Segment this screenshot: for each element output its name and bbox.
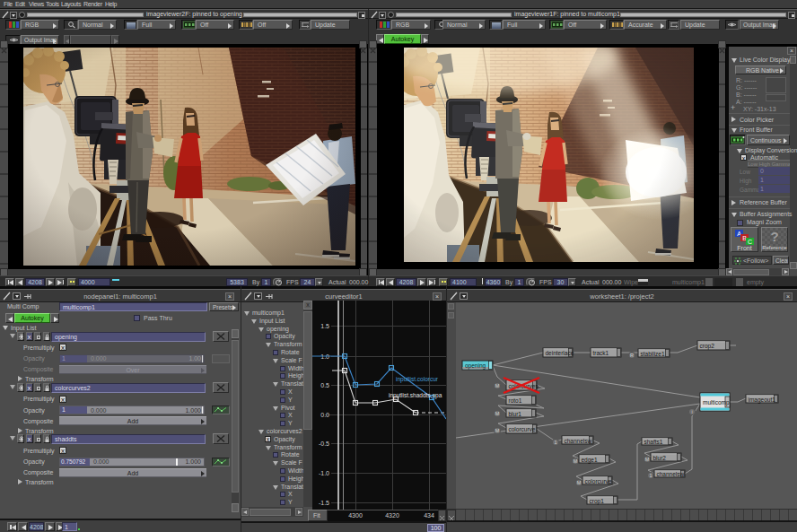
svg-text:4300: 4300: [348, 512, 363, 519]
svg-text:blur1: blur1: [509, 411, 522, 417]
svg-text:crop2: crop2: [700, 343, 715, 350]
svg-text:-0.5: -0.5: [319, 440, 329, 447]
svg-text:track1: track1: [593, 350, 609, 356]
svg-text:channelsw: channelsw: [657, 471, 685, 477]
svg-text:1: 1: [649, 473, 652, 478]
svg-text:roto1: roto1: [509, 397, 522, 404]
svg-text:1: 1: [554, 440, 556, 445]
svg-text:0.0: 0.0: [320, 412, 329, 418]
svg-text:M: M: [495, 428, 500, 433]
svg-text:4320: 4320: [385, 512, 399, 519]
svg-text:stabilize1: stabilize1: [641, 351, 665, 357]
svg-text:C: C: [748, 239, 752, 245]
svg-text:inputlist.shaddts.opa: inputlist.shaddts.opa: [389, 392, 442, 399]
svg-text:M: M: [577, 480, 582, 485]
svg-text:R: R: [630, 353, 634, 358]
svg-text:-1.5: -1.5: [319, 500, 329, 506]
svg-text:deinterlace: deinterlace: [546, 350, 574, 356]
svg-text:multicomp: multicomp: [703, 399, 730, 406]
svg-text:M: M: [574, 458, 578, 464]
svg-text:colorcurve: colorcurve: [509, 426, 536, 432]
svg-text:0.5: 0.5: [320, 382, 329, 388]
svg-text:inputlist.colorcur: inputlist.colorcur: [396, 376, 439, 383]
svg-text:edge1: edge1: [582, 457, 598, 464]
svg-text:i: i: [691, 409, 692, 414]
svg-text:imageout1: imageout1: [749, 397, 776, 404]
svg-text:channelsw: channelsw: [565, 438, 592, 444]
svg-text:shafts1: shafts1: [644, 439, 663, 445]
svg-text:colorcurve: colorcurve: [585, 478, 612, 484]
svg-text:-1.0: -1.0: [319, 470, 329, 476]
svg-text:M: M: [495, 383, 500, 388]
svg-text:crop1: crop1: [590, 498, 605, 505]
svg-text:M: M: [645, 457, 650, 462]
svg-text:blur2: blur2: [653, 455, 667, 461]
svg-text:M: M: [495, 411, 500, 416]
svg-text:opening: opening: [465, 362, 486, 370]
svg-text:434: 434: [424, 512, 434, 519]
svg-text:1.5: 1.5: [320, 323, 329, 329]
